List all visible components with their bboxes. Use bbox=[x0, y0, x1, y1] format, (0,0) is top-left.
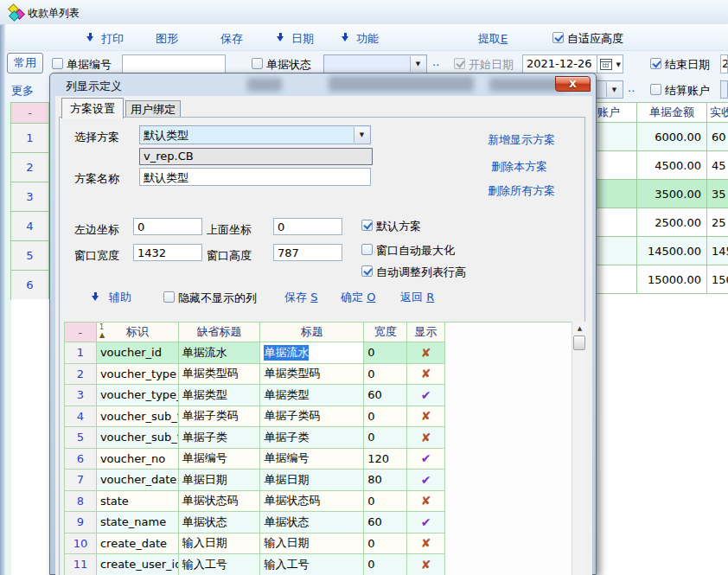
end-date-checkbox[interactable] bbox=[650, 58, 661, 69]
receipt-table-row[interactable]: 6000.00 60 bbox=[595, 123, 728, 151]
settle-account-dropdown-icon[interactable]: ▼ bbox=[606, 82, 622, 97]
aux-button[interactable]: 辅助 bbox=[109, 290, 131, 305]
top-coord-input[interactable]: 0 bbox=[273, 218, 342, 235]
settle-account-input[interactable] bbox=[720, 80, 728, 99]
extract-button[interactable]: 提取E bbox=[478, 31, 508, 47]
cell-account[interactable] bbox=[595, 151, 637, 180]
grid-cell-visible[interactable]: ✘ bbox=[407, 406, 445, 428]
grid-cell-title[interactable]: 单据子类 bbox=[260, 427, 364, 449]
grid-cell-title[interactable]: 单据编号 bbox=[260, 449, 364, 470]
grid-cell-width[interactable]: 60 bbox=[364, 512, 407, 533]
grid-cell-number[interactable]: 10 bbox=[65, 533, 97, 555]
auto-row-height-checkbox[interactable] bbox=[361, 265, 373, 277]
column-grid-row[interactable]: 6 voucher_no 单据编号 单据编号 120 ✔ bbox=[65, 449, 445, 470]
grid-cell-id[interactable]: voucher_sub_type bbox=[97, 406, 179, 428]
grid-cell-width[interactable]: 120 bbox=[364, 449, 407, 470]
grid-cell-default-title[interactable]: 单据编号 bbox=[179, 449, 261, 470]
cell-amount[interactable]: 14500.00 bbox=[637, 237, 707, 265]
receipt-table-row[interactable]: 15000.00 150 bbox=[595, 265, 728, 294]
voucher-state-select[interactable]: ▼ bbox=[323, 54, 427, 73]
range-dots-button-2[interactable]: .. bbox=[628, 81, 635, 94]
window-height-input[interactable]: 787 bbox=[273, 244, 342, 261]
grid-cell-id[interactable]: voucher_type_nam bbox=[97, 385, 179, 406]
column-grid-row[interactable]: 5 voucher_sub_type 单据子类 单据子类 0 ✘ bbox=[65, 427, 445, 449]
row-number[interactable]: 5 bbox=[11, 241, 49, 271]
graph-button[interactable]: 图形 bbox=[156, 31, 178, 47]
delete-plan-link[interactable]: 删除本方案 bbox=[491, 159, 547, 175]
grid-cell-id[interactable]: voucher_sub_type bbox=[97, 427, 179, 449]
grid-cell-width[interactable]: 0 bbox=[364, 491, 407, 513]
grid-cell-id[interactable]: voucher_id bbox=[97, 342, 179, 364]
plan-name-input[interactable]: 默认类型 bbox=[139, 168, 371, 186]
scroll-up-icon[interactable]: ▲ bbox=[572, 323, 587, 334]
grid-cell-id[interactable]: voucher_no bbox=[97, 449, 179, 470]
column-grid-row[interactable]: 8 state 单据状态码 单据状态码 0 ✘ bbox=[65, 491, 445, 513]
cell-received[interactable]: 60 bbox=[707, 123, 728, 151]
grid-cell-width[interactable]: 0 bbox=[364, 342, 407, 364]
start-date-checkbox[interactable] bbox=[454, 58, 465, 69]
cell-received[interactable]: 145 bbox=[707, 237, 728, 265]
grid-cell-number[interactable]: 8 bbox=[65, 491, 97, 513]
scrollbar-thumb[interactable] bbox=[573, 335, 585, 350]
grid-cell-title[interactable]: 单据日期 bbox=[260, 470, 364, 491]
column-grid-row[interactable]: 2 voucher_type 单据类型码 单据类型码 0 ✘ bbox=[65, 364, 445, 386]
print-button[interactable]: 打印 bbox=[101, 31, 124, 47]
auto-maximize-checkbox[interactable] bbox=[361, 244, 373, 255]
grid-cell-number[interactable]: 6 bbox=[65, 449, 97, 470]
grid-cell-number[interactable]: 3 bbox=[65, 385, 97, 406]
window-width-input[interactable]: 1432 bbox=[133, 244, 202, 261]
column-grid-row[interactable]: 11 create_user_id 输入工号 输入工号 0 ✘ bbox=[65, 554, 445, 575]
grid-cell-visible[interactable]: ✔ bbox=[407, 385, 445, 406]
grid-cell-width[interactable]: 0 bbox=[364, 554, 407, 575]
cell-account[interactable] bbox=[595, 237, 637, 265]
range-dots-button[interactable]: .. bbox=[432, 55, 439, 68]
receipt-table-row[interactable]: 4500.00 45 bbox=[595, 151, 728, 180]
grid-col-number[interactable]: - bbox=[65, 323, 97, 342]
grid-cell-width[interactable]: 0 bbox=[364, 427, 407, 449]
cell-account[interactable] bbox=[595, 208, 637, 237]
cell-received[interactable]: 45 bbox=[707, 151, 728, 180]
dialog-ok-button[interactable]: 确定 O bbox=[341, 290, 375, 305]
cell-amount[interactable]: 6000.00 bbox=[637, 123, 707, 151]
select-plan-combo[interactable]: 默认类型 ▼ bbox=[139, 125, 371, 144]
add-plan-link[interactable]: 新增显示方案 bbox=[488, 132, 555, 148]
more-tab-button[interactable]: 更多 bbox=[11, 83, 34, 99]
grid-cell-number[interactable]: 11 bbox=[65, 554, 97, 575]
hide-cols-checkbox[interactable] bbox=[163, 291, 175, 303]
cell-amount[interactable]: 3500.00 bbox=[637, 180, 707, 208]
end-date-input[interactable]: 2 bbox=[720, 54, 728, 73]
col-account[interactable]: 账户 bbox=[595, 103, 637, 123]
cell-amount[interactable]: 4500.00 bbox=[637, 151, 707, 180]
function-button[interactable]: 功能 bbox=[356, 31, 379, 47]
grid-cell-title[interactable]: 单据状态 bbox=[260, 512, 364, 533]
receipt-table-row[interactable]: 3500.00 35 bbox=[595, 180, 728, 208]
grid-cell-number[interactable]: 4 bbox=[65, 406, 97, 428]
grid-col-visible[interactable]: 显示 bbox=[407, 323, 445, 342]
settle-account-select[interactable]: ▼ bbox=[595, 80, 623, 99]
column-grid-row[interactable]: 7 voucher_date 单据日期 单据日期 80 ✔ bbox=[65, 470, 445, 491]
grid-cell-visible[interactable]: ✘ bbox=[407, 427, 445, 449]
grid-cell-width[interactable]: 0 bbox=[364, 364, 407, 386]
settle-account-checkbox[interactable] bbox=[650, 84, 661, 95]
grid-cell-default-title[interactable]: 输入日期 bbox=[179, 533, 261, 555]
grid-cell-default-title[interactable]: 单据类型码 bbox=[179, 364, 261, 386]
grid-cell-visible[interactable]: ✘ bbox=[407, 554, 445, 575]
column-grid-row[interactable]: 10 create_date 输入日期 输入日期 0 ✘ bbox=[65, 533, 445, 555]
tab-plan-settings[interactable]: 方案设置 bbox=[61, 98, 124, 118]
grid-cell-visible[interactable]: ✘ bbox=[407, 491, 445, 513]
grid-cell-title[interactable]: 单据类型 bbox=[260, 385, 364, 406]
grid-col-width[interactable]: 宽度 bbox=[364, 323, 407, 342]
grid-cell-title[interactable]: 单据子类码 bbox=[260, 406, 364, 428]
cell-received[interactable]: 150 bbox=[707, 265, 728, 294]
left-coord-input[interactable]: 0 bbox=[133, 218, 202, 235]
cell-amount[interactable]: 2500.00 bbox=[637, 208, 707, 237]
grid-cell-visible[interactable]: ✘ bbox=[407, 364, 445, 386]
grid-cell-id[interactable]: state bbox=[97, 491, 179, 513]
grid-cell-default-title[interactable]: 单据流水 bbox=[179, 342, 261, 364]
grid-cell-title[interactable]: 单据状态码 bbox=[260, 491, 364, 513]
col-amount[interactable]: 单据金额 bbox=[637, 103, 707, 123]
grid-cell-visible[interactable]: ✔ bbox=[407, 512, 445, 533]
common-tab-button[interactable]: 常用 bbox=[7, 53, 43, 73]
cell-account[interactable] bbox=[595, 180, 637, 208]
col-received[interactable]: 实收 bbox=[707, 103, 728, 123]
